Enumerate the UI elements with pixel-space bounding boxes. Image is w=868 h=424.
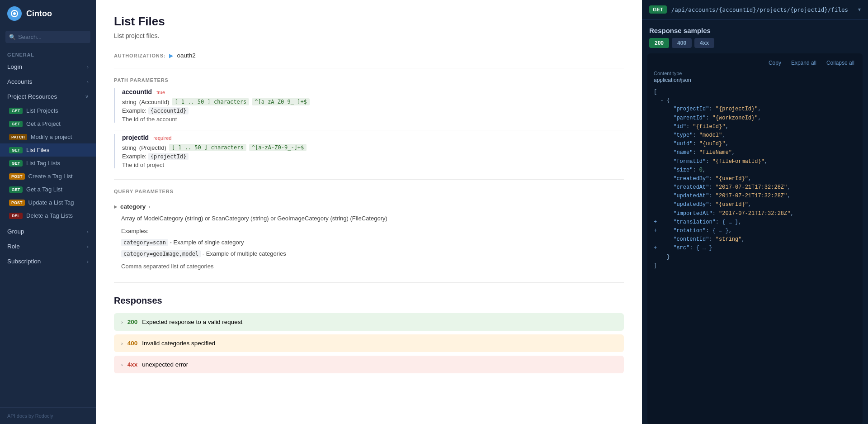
sidebar-sub-item-label-8: Update a List Tag	[28, 199, 74, 206]
method-badge-get-5: GET	[9, 186, 23, 193]
response-tabs: 200 400 4xx	[642, 38, 868, 53]
content-type-value: application/json	[654, 77, 856, 83]
right-panel: GET /api/accounts/{accountId}/projects/{…	[642, 0, 868, 424]
collapse-all-button[interactable]: Collapse all	[825, 59, 856, 67]
endpoint-path: /api/accounts/{accountId}/projects/{proj…	[671, 6, 854, 13]
json-response-body: [ - { "projectId": "{projectId}", "paren…	[654, 88, 856, 270]
query-footer-desc: Comma separated list of categories	[121, 262, 624, 272]
sidebar-item-delete-tag-lists[interactable]: DEL Delete a Tag Lists	[0, 209, 96, 222]
response-panel-actions: Copy Expand all Collapse all	[654, 59, 856, 67]
app-logo[interactable]: Cintoo	[0, 0, 96, 27]
auth-line: AUTHORIZATIONS: ▶ oauth2	[114, 52, 624, 59]
endpoint-dropdown-icon[interactable]: ▾	[858, 6, 861, 13]
param-constraint-accountId: [ 1 .. 50 ] characters	[172, 98, 249, 105]
endpoint-bar: GET /api/accounts/{accountId}/projects/{…	[642, 0, 868, 19]
response-panel: Copy Expand all Collapse all Content typ…	[647, 53, 863, 424]
param-type-label-projectId: (ProjectId)	[139, 144, 166, 151]
response-item-400: › 400 Invalid categories specified	[114, 334, 624, 352]
param-regex-projectId: ^[a-zA-Z0-9_-]+$	[249, 144, 307, 151]
param-name-projectId: projectId	[122, 134, 149, 141]
auth-value: oauth2	[177, 52, 195, 59]
param-required-projectId: required	[153, 135, 171, 141]
response-tab-400[interactable]: 400	[672, 38, 692, 48]
responses-section: Responses › 200 Expected response to a v…	[114, 295, 624, 373]
divider-3	[114, 179, 624, 180]
response-item-200: › 200 Expected response to a valid reque…	[114, 313, 624, 331]
param-type-projectId: string	[122, 144, 137, 151]
sidebar-item-label-role: Role	[7, 243, 20, 250]
response-samples-header: Response samples	[642, 19, 868, 38]
response-item-4xx: › 4xx unexpected error	[114, 356, 624, 373]
sidebar-item-list-tag-lists[interactable]: GET List Tag Lists	[0, 157, 96, 170]
query-param-content-category: Array of ModelCategory (string) or ScanC…	[114, 214, 624, 272]
method-badge-patch: PATCH	[9, 134, 27, 140]
chevron-400: ›	[121, 341, 123, 346]
sidebar-item-login[interactable]: Login ›	[0, 59, 96, 74]
sidebar: Cintoo 🔍 GENERAL Login › Accounts › Proj…	[0, 0, 96, 424]
param-block-projectId: projectId required string (ProjectId) [ …	[114, 134, 624, 168]
query-example-1: category=scan - Example of single catego…	[121, 238, 624, 248]
param-required-accountId: true	[156, 90, 165, 95]
sidebar-item-get-tag-list[interactable]: GET Get a Tag List	[0, 183, 96, 196]
sidebar-item-label-login: Login	[7, 63, 22, 70]
sidebar-item-subscription[interactable]: Subscription ›	[0, 254, 96, 269]
sidebar-item-get-project[interactable]: GET Get a Project	[0, 117, 96, 130]
chevron-right-icon-subscription: ›	[87, 259, 89, 264]
sidebar-item-accounts[interactable]: Accounts ›	[0, 74, 96, 89]
param-constraint-projectId: [ 1 .. 50 ] characters	[169, 144, 246, 151]
example-code-scan: category=scan	[121, 239, 168, 246]
example-code-geoimage: category=geoImage,model	[121, 250, 201, 257]
expand-all-button[interactable]: Expand all	[789, 59, 818, 67]
response-header-400[interactable]: › 400 Invalid categories specified	[114, 334, 624, 352]
sidebar-item-project-resources[interactable]: Project Resources ∨	[0, 89, 96, 104]
sidebar-sub-item-label-6: Create a Tag List	[28, 173, 73, 180]
path-params-label: PATH PARAMETERS	[114, 77, 624, 83]
responses-title: Responses	[114, 295, 624, 306]
sidebar-item-label-group: Group	[7, 228, 24, 235]
sidebar-sub-item-label-5: List Tag Lists	[26, 160, 60, 167]
query-param-header-category[interactable]: ▶ category ›	[114, 200, 624, 214]
query-example-2: category=geoImage,model - Example of mul…	[121, 249, 624, 259]
sidebar-item-label-accounts: Accounts	[7, 78, 33, 85]
sidebar-item-list-projects[interactable]: GET List Projects	[0, 104, 96, 117]
copy-button[interactable]: Copy	[767, 59, 783, 67]
divider-4	[114, 282, 624, 283]
app-name: Cintoo	[26, 9, 52, 19]
method-badge-del: DEL	[9, 213, 23, 219]
sidebar-item-list-files[interactable]: GET List Files	[0, 143, 96, 157]
sidebar-item-update-tag-list[interactable]: POST Update a List Tag	[0, 196, 96, 209]
sidebar-item-role[interactable]: Role ›	[0, 239, 96, 254]
search-icon: 🔍	[9, 34, 16, 40]
endpoint-method: GET	[649, 5, 667, 14]
sidebar-item-label-subscription: Subscription	[7, 258, 41, 265]
query-params-section: QUERY PARAMETERS ▶ category › Array of M…	[114, 189, 624, 272]
example-desc-geoimage: - Example of multiple categories	[203, 250, 286, 257]
response-desc-4xx: unexpected error	[142, 361, 188, 368]
param-name-accountId: accountId	[122, 88, 152, 95]
param-example-code-accountId: {accountId}	[148, 107, 189, 114]
sidebar-item-modify-project[interactable]: PATCH Modify a project	[0, 130, 96, 143]
sidebar-item-group[interactable]: Group ›	[0, 224, 96, 239]
sidebar-footer: API docs by Redocly	[0, 407, 96, 424]
chevron-right-icon: ›	[87, 64, 89, 70]
divider-2	[114, 130, 624, 130]
response-header-4xx[interactable]: › 4xx unexpected error	[114, 356, 624, 373]
sidebar-sub-item-label: List Projects	[26, 107, 58, 114]
query-expand-icon: ▶	[114, 204, 118, 209]
sidebar-sub-item-label-2: Get a Project	[26, 120, 61, 127]
response-tab-4xx[interactable]: 4xx	[694, 38, 714, 48]
auth-arrow-icon[interactable]: ▶	[169, 52, 173, 59]
param-desc-projectId: The id of project	[122, 162, 624, 168]
query-examples-label: Examples:	[121, 226, 624, 236]
response-tab-200[interactable]: 200	[649, 38, 669, 48]
param-type-label-accountId: (AccountId)	[139, 99, 169, 105]
param-type-accountId: string	[122, 99, 137, 105]
param-block-accountId: accountId true string (AccountId) [ 1 ..…	[114, 88, 624, 123]
search-input[interactable]	[5, 31, 90, 43]
sidebar-item-create-tag-list[interactable]: POST Create a Tag List	[0, 170, 96, 183]
param-example-accountId: Example: {accountId}	[122, 107, 624, 114]
response-header-200[interactable]: › 200 Expected response to a valid reque…	[114, 313, 624, 331]
param-regex-accountId: ^[a-zA-Z0-9_-]+$	[252, 98, 310, 105]
chevron-right-icon-group: ›	[87, 229, 89, 234]
method-badge-get: GET	[9, 108, 23, 114]
